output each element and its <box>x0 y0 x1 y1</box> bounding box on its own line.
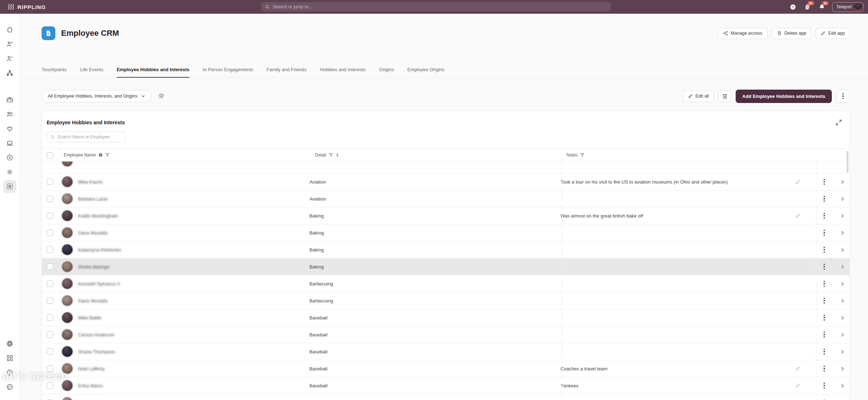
row-kebab-menu[interactable] <box>817 281 831 287</box>
tab-life-events[interactable]: Life Events <box>80 67 103 78</box>
row-kebab-menu[interactable] <box>817 247 831 253</box>
row-checkbox[interactable] <box>47 246 53 253</box>
table-row[interactable]: Sheila Marlogo Baking <box>42 258 850 275</box>
edit-note-pencil-icon[interactable] <box>795 179 806 184</box>
table-row[interactable]: Kaitlin Beckingham Baking Was almost on … <box>42 207 850 224</box>
row-kebab-menu[interactable] <box>817 230 831 236</box>
row-kebab-menu[interactable] <box>817 298 831 304</box>
edit-all-button[interactable]: Edit all <box>683 91 714 102</box>
row-kebab-menu[interactable] <box>817 179 831 185</box>
sidebar-gear-icon[interactable] <box>3 165 16 179</box>
delete-rows-button[interactable] <box>718 90 731 102</box>
tab-employee-origins[interactable]: Employee Origins <box>407 67 444 78</box>
tab-touchpoints[interactable]: Touchpoints <box>42 67 67 78</box>
edit-note-pencil-icon[interactable] <box>795 383 806 388</box>
edit-app-button[interactable]: Edit app <box>816 28 850 39</box>
row-chevron-right-icon[interactable] <box>835 197 850 201</box>
row-chevron-right-icon[interactable] <box>835 366 850 371</box>
rippling-logo[interactable]: RIPPLING <box>8 4 46 10</box>
select-all-checkbox[interactable] <box>47 152 53 159</box>
table-row[interactable]: Carson Anderson Basketball <box>42 394 850 400</box>
row-checkbox[interactable] <box>47 212 53 219</box>
row-kebab-menu[interactable] <box>817 264 831 270</box>
sort-icon[interactable] <box>336 153 339 157</box>
row-checkbox[interactable] <box>47 297 53 304</box>
sidebar-user-plus-icon[interactable] <box>3 38 16 51</box>
table-row[interactable]: Mike Battle Baseball <box>42 309 850 326</box>
sidebar-home-icon[interactable] <box>3 23 16 36</box>
sidebar-org-chart-icon[interactable] <box>3 66 16 79</box>
table-row[interactable]: Katarzyna Klishenko Baking <box>42 241 850 258</box>
sidebar-custom-app-icon[interactable] <box>3 180 16 193</box>
row-kebab-menu[interactable] <box>817 383 831 389</box>
table-row[interactable]: Dana Mustafa Barbecuing <box>42 292 850 309</box>
edit-note-pencil-icon[interactable] <box>795 366 806 371</box>
table-search-input[interactable]: Search Name or Employee <box>47 132 125 142</box>
manage-access-button[interactable]: Manage access <box>718 28 767 39</box>
view-dropdown[interactable]: All Employee Hobbies, Interests, and Ori… <box>42 90 152 102</box>
row-chevron-right-icon[interactable] <box>835 298 850 303</box>
row-checkbox[interactable] <box>47 263 53 270</box>
sidebar-briefcase-icon[interactable] <box>3 93 16 106</box>
row-chevron-right-icon[interactable] <box>835 315 850 320</box>
tab-family-and-friends[interactable]: Family and Friends <box>267 67 307 78</box>
table-row[interactable]: Mika Kauris Aviation Took a tour on his … <box>42 173 850 190</box>
sidebar-dollar-circle-icon[interactable]: $ <box>3 151 16 164</box>
row-chevron-right-icon[interactable] <box>835 214 850 218</box>
row-kebab-menu[interactable] <box>817 315 831 321</box>
edit-note-pencil-icon[interactable] <box>795 213 806 218</box>
table-row[interactable]: Erika Weiss Baseball Yankees <box>42 377 850 394</box>
row-checkbox[interactable] <box>47 365 53 372</box>
tab-employee-hobbies-and-interests[interactable]: Employee Hobbies and Interests <box>117 67 190 78</box>
row-kebab-menu[interactable] <box>817 196 831 202</box>
column-detail[interactable]: Detail <box>315 152 326 158</box>
row-chevron-right-icon[interactable] <box>835 349 850 354</box>
row-chevron-right-icon[interactable] <box>835 332 850 337</box>
row-chevron-right-icon[interactable] <box>835 180 850 184</box>
row-kebab-menu[interactable] <box>817 366 831 372</box>
column-notes[interactable]: Notes <box>566 152 578 158</box>
row-kebab-menu[interactable] <box>817 213 831 219</box>
sidebar-globe-icon[interactable] <box>3 337 16 350</box>
row-checkbox[interactable] <box>47 331 53 338</box>
row-checkbox[interactable] <box>47 179 53 185</box>
sidebar-help-circle-icon[interactable]: ? <box>3 366 16 379</box>
column-employee-name[interactable]: Employee Name <box>64 152 96 158</box>
row-checkbox[interactable] <box>47 229 53 236</box>
row-chevron-right-icon[interactable] <box>835 231 850 235</box>
filter-icon[interactable] <box>580 153 584 157</box>
table-row[interactable]: Kenneth Sylvanus II Barbecuing <box>42 275 850 292</box>
sidebar-laptop-icon[interactable] <box>3 137 16 150</box>
sidebar-user-minus-icon[interactable] <box>3 52 16 65</box>
expand-icon[interactable] <box>835 119 842 126</box>
add-employee-hobbies-button[interactable]: Add Employee Hobbies and Interests <box>736 90 832 103</box>
sidebar-heart-icon[interactable] <box>3 122 16 135</box>
table-row[interactable]: Shana Thompson Baseball <box>42 343 850 360</box>
table-row[interactable]: Carson Anderson Baseball <box>42 326 850 343</box>
row-checkbox[interactable] <box>47 348 53 355</box>
delete-app-button[interactable]: Delete app <box>772 28 811 39</box>
row-checkbox[interactable] <box>47 314 53 321</box>
help-circle-icon[interactable]: ? <box>789 3 797 11</box>
row-chevron-right-icon[interactable] <box>835 281 850 286</box>
sidebar-globe-alt-icon[interactable] <box>3 380 16 393</box>
tasks-icon[interactable]: 3+ <box>803 3 811 11</box>
tab-in-person-engagements[interactable]: In Person Engagements <box>203 67 253 78</box>
row-checkbox[interactable] <box>47 195 53 202</box>
row-checkbox[interactable] <box>47 280 53 287</box>
table-row[interactable]: Noel Lafferty Baseball Coaches a travel … <box>42 360 850 377</box>
filter-icon[interactable] <box>105 153 110 157</box>
table-row[interactable]: Barbara Lazar Aviation <box>42 190 850 207</box>
row-chevron-right-icon[interactable] <box>835 248 850 252</box>
sidebar-apps-grid-icon[interactable] <box>3 352 16 365</box>
row-kebab-menu[interactable] <box>817 332 831 338</box>
tab-origins[interactable]: Origins <box>379 67 394 78</box>
row-checkbox[interactable] <box>47 382 53 389</box>
table-row[interactable]: Dana Mustafa Baking <box>42 224 850 241</box>
row-chevron-right-icon[interactable] <box>835 383 850 388</box>
teleport-button[interactable]: Teleport <box>832 2 864 12</box>
row-kebab-menu[interactable] <box>817 349 831 355</box>
row-chevron-right-icon[interactable] <box>835 264 850 269</box>
sidebar-people-icon[interactable] <box>3 108 16 121</box>
tab-hobbies-and-interests[interactable]: Hobbies and Interests <box>320 67 366 78</box>
